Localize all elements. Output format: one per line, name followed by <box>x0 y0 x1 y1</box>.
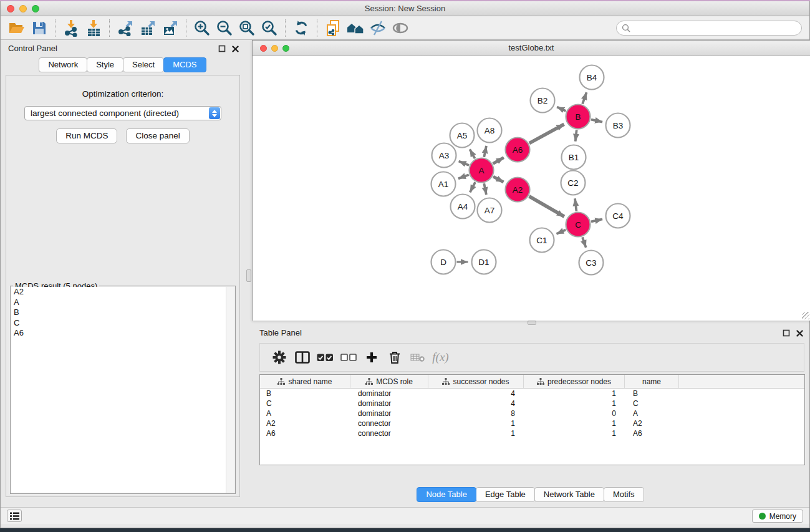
graph-node-A7[interactable] <box>478 198 502 223</box>
task-history-button[interactable] <box>7 510 22 522</box>
graph-edge-A-A2[interactable] <box>493 177 504 182</box>
vertical-splitter-grip[interactable] <box>246 269 251 282</box>
criterion-select[interactable]: largest connected component (directed) <box>24 106 221 120</box>
duplicate-network-view-button[interactable] <box>322 18 344 38</box>
graph-edge-C-C2[interactable] <box>575 198 576 211</box>
mcds-result-list[interactable]: A2ABCA6 <box>11 287 234 493</box>
graph-node-A3[interactable] <box>432 143 456 168</box>
graph-edge-A-A1[interactable] <box>458 175 469 178</box>
result-list-scrollbar[interactable] <box>226 287 234 493</box>
tab-mcds[interactable]: MCDS <box>163 57 206 72</box>
close-panel-icon[interactable] <box>796 330 803 337</box>
table-row[interactable]: Cdominator41C <box>260 399 804 409</box>
graph-node-C2[interactable] <box>561 171 586 195</box>
tab-style[interactable]: Style <box>87 57 123 72</box>
delete-column-button[interactable] <box>383 347 406 368</box>
zoom-fit-button[interactable] <box>236 18 258 38</box>
graph-edge-B-B1[interactable] <box>576 130 577 141</box>
graph-node-C4[interactable] <box>606 204 630 228</box>
close-window-button[interactable] <box>7 5 14 12</box>
list-item[interactable]: A <box>11 297 234 308</box>
search-input[interactable] <box>634 24 796 32</box>
graph-node-A1[interactable] <box>432 172 456 196</box>
network-canvas[interactable]: AA1A2A3A4A5A6A7A8BB1B2B3B4CC1C2C3C4DD1 <box>253 57 810 321</box>
export-network-button[interactable] <box>114 18 137 38</box>
float-panel-icon[interactable] <box>218 45 226 52</box>
list-item[interactable]: C <box>11 318 234 329</box>
table-row[interactable]: A2connector11A2 <box>260 418 804 428</box>
list-item[interactable]: A6 <box>11 328 234 339</box>
zoom-in-button[interactable] <box>191 18 213 38</box>
graph-edge-B-B3[interactable] <box>591 120 602 122</box>
graph-edge-A-A4[interactable] <box>470 182 475 192</box>
graph-edge-B-B2[interactable] <box>557 107 566 111</box>
import-table-button[interactable] <box>82 18 105 38</box>
graph-edge-A-A8[interactable] <box>484 146 486 157</box>
graph-edge-A-A7[interactable] <box>484 183 486 195</box>
graph-node-A8[interactable] <box>478 118 502 143</box>
graph-node-B2[interactable] <box>531 89 555 113</box>
table-options-button[interactable] <box>268 347 291 368</box>
graph-node-A5[interactable] <box>450 123 475 148</box>
export-image-button[interactable] <box>159 18 181 38</box>
tab-node-table[interactable]: Node Table <box>417 487 476 502</box>
minimize-window-button[interactable] <box>19 5 27 12</box>
graph-edge-C-C3[interactable] <box>582 237 586 248</box>
column-header-shared-name[interactable]: shared name <box>260 375 350 388</box>
zoom-out-button[interactable] <box>213 18 236 38</box>
graph-node-A6[interactable] <box>506 138 530 162</box>
tab-edge-table[interactable]: Edge Table <box>476 487 535 502</box>
create-column-button[interactable] <box>360 347 383 368</box>
graph-node-B4[interactable] <box>580 65 604 90</box>
frame-resize-grip[interactable] <box>802 312 809 319</box>
network-frame-titlebar[interactable]: testGlobe.txt <box>253 41 810 56</box>
list-item[interactable]: A2 <box>11 287 234 297</box>
graph-edge-A-A6[interactable] <box>493 158 504 164</box>
list-item[interactable]: B <box>11 307 234 318</box>
graph-node-A4[interactable] <box>451 195 475 219</box>
tab-network-table[interactable]: Network Table <box>534 487 604 502</box>
export-table-button[interactable] <box>137 18 159 38</box>
graph-node-B1[interactable] <box>562 145 586 170</box>
show-panels-button[interactable] <box>389 18 412 38</box>
float-panel-icon[interactable] <box>783 329 790 337</box>
graph-edge-A6-B[interactable] <box>529 124 564 143</box>
close-panel-button[interactable]: Close panel <box>126 128 189 143</box>
save-session-button[interactable] <box>28 18 51 38</box>
table-row[interactable]: Adominator80A <box>260 409 804 418</box>
zoom-window-button[interactable] <box>32 5 39 12</box>
graph-node-D[interactable] <box>432 250 456 274</box>
graph-edge-C-C1[interactable] <box>556 230 566 234</box>
graph-node-A[interactable] <box>470 158 494 183</box>
column-header-MCDS-role[interactable]: MCDS role <box>350 375 428 388</box>
run-mcds-button[interactable]: Run MCDS <box>56 128 117 143</box>
graph-node-B3[interactable] <box>606 114 630 138</box>
deselect-all-button[interactable] <box>337 347 360 368</box>
home-button[interactable] <box>344 18 367 38</box>
minimize-frame-button[interactable] <box>271 45 278 52</box>
column-view-button[interactable] <box>291 347 314 368</box>
tab-motifs[interactable]: Motifs <box>604 487 644 502</box>
tab-select[interactable]: Select <box>123 57 164 72</box>
zoom-frame-button[interactable] <box>282 45 289 52</box>
select-all-button[interactable] <box>314 347 337 368</box>
graph-edge-C-C4[interactable] <box>591 219 602 221</box>
graph-node-C3[interactable] <box>579 251 604 275</box>
graph-node-B[interactable] <box>566 105 591 129</box>
hide-panels-button[interactable] <box>367 18 389 38</box>
open-session-button[interactable] <box>6 18 28 38</box>
graph-edge-A2-C[interactable] <box>529 196 564 217</box>
close-frame-button[interactable] <box>260 45 267 52</box>
import-network-button[interactable] <box>60 18 82 38</box>
table-row[interactable]: Bdominator41B <box>260 389 804 399</box>
graph-node-A2[interactable] <box>506 178 530 202</box>
graph-node-D1[interactable] <box>472 250 496 274</box>
column-header-successor-nodes[interactable]: successor nodes <box>428 375 524 388</box>
tab-network[interactable]: Network <box>39 57 87 72</box>
graph-edge-B-B4[interactable] <box>582 92 587 104</box>
memory-button[interactable]: Memory <box>752 510 803 523</box>
zoom-selected-button[interactable] <box>258 18 281 38</box>
graph-edge-A-A3[interactable] <box>459 161 469 165</box>
column-header-name[interactable]: name <box>625 375 679 388</box>
close-panel-icon[interactable] <box>232 46 239 52</box>
